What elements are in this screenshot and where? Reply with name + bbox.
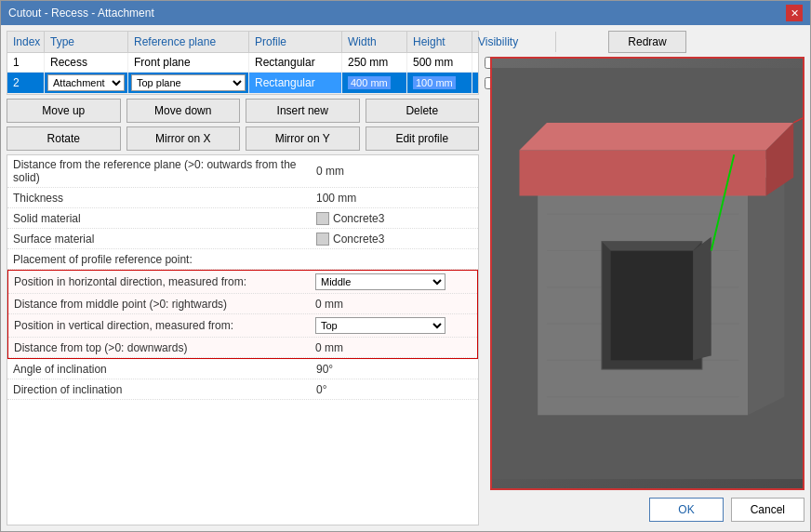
title-bar: Cutout - Recess - Attachment ✕: [1, 1, 810, 25]
col-height: Height: [407, 32, 472, 52]
left-panel: Index Type Reference plane Profile Width…: [1, 25, 485, 531]
prop-distance-top-label: Distance from top (>0: downwards): [8, 338, 310, 357]
prop-solid-material: Solid material Concrete3: [7, 208, 478, 229]
mirror-y-button[interactable]: Mirror on Y: [246, 126, 360, 151]
recess-depth-right: [693, 237, 711, 361]
height-value-2[interactable]: 100 mm: [413, 76, 456, 89]
prop-thickness-value[interactable]: 100 mm: [311, 188, 478, 207]
table-row-selected[interactable]: 2 Attachment Recess Top plane Front plan…: [7, 73, 478, 94]
prop-surface-material-label: Surface material: [7, 229, 311, 248]
prop-vert-position-label: Position in vertical direction, measured…: [8, 314, 310, 337]
placement-section-header: Placement of profile reference point:: [7, 249, 478, 270]
col-reference-plane: Reference plane: [128, 32, 249, 52]
prop-thickness: Thickness 100 mm: [7, 188, 478, 208]
prop-solid-material-label: Solid material: [7, 208, 311, 228]
cell-type-1: Recess: [45, 53, 128, 72]
cell-width-1: 250 mm: [342, 53, 407, 72]
col-type: Type: [45, 32, 128, 52]
3d-viewport: [490, 57, 804, 490]
highlighted-properties: Position in horizontal direction, measur…: [7, 270, 478, 359]
dialog-buttons: OK Cancel: [490, 494, 804, 525]
recess-depth-top: [602, 242, 702, 251]
prop-horiz-position-value[interactable]: Middle Left Right: [310, 271, 477, 293]
prop-distance-middle-value[interactable]: 0 mm: [310, 294, 477, 313]
prop-angle-label: Angle of inclination: [7, 359, 311, 379]
right-panel: Redraw: [485, 25, 810, 531]
window-title: Cutout - Recess - Attachment: [8, 7, 154, 20]
delete-button[interactable]: Delete: [366, 99, 480, 123]
cell-profile-2[interactable]: Rectangular: [249, 73, 342, 93]
vert-position-select[interactable]: Top Middle Bottom: [315, 317, 445, 334]
cell-type-2[interactable]: Attachment Recess: [45, 73, 128, 93]
prop-distance-middle-label: Distance from middle point (>0: rightwar…: [8, 294, 310, 313]
prop-thickness-label: Thickness: [7, 188, 311, 207]
plane-select-2[interactable]: Top plane Front plane: [131, 74, 246, 91]
prop-surface-material-value: Concrete3: [311, 229, 478, 248]
width-value-2[interactable]: 400 mm: [348, 76, 391, 89]
move-up-button[interactable]: Move up: [7, 99, 121, 123]
solid-material-text: Concrete3: [333, 212, 384, 225]
prop-vert-position-value[interactable]: Top Middle Bottom: [310, 314, 477, 337]
type-select-2[interactable]: Attachment Recess: [47, 74, 125, 91]
cutout-table: Index Type Reference plane Profile Width…: [7, 31, 479, 95]
edit-profile-button[interactable]: Edit profile: [366, 126, 480, 151]
prop-distance-top-value[interactable]: 0 mm: [310, 338, 477, 357]
main-window: Cutout - Recess - Attachment ✕ Index Typ…: [0, 0, 811, 532]
cell-index-2: 2: [7, 73, 45, 93]
table-header: Index Type Reference plane Profile Width…: [7, 32, 478, 53]
table-row[interactable]: 1 Recess Front plane Rectangular 250 mm …: [7, 53, 478, 73]
cell-plane-2[interactable]: Top plane Front plane: [128, 73, 249, 93]
prop-horiz-position: Position in horizontal direction, measur…: [8, 271, 477, 294]
cell-index-1: 1: [7, 53, 45, 72]
attachment-top: [519, 123, 793, 150]
prop-distance: Distance from the reference plane (>0: o…: [7, 155, 478, 188]
prop-vert-position: Position in vertical direction, measured…: [8, 314, 477, 338]
3d-scene-svg: [492, 59, 803, 488]
main-content: Index Type Reference plane Profile Width…: [1, 25, 810, 531]
prop-angle: Angle of inclination 90°: [7, 359, 478, 379]
placement-label: Placement of profile reference point:: [7, 249, 311, 269]
redraw-button[interactable]: Redraw: [608, 31, 685, 53]
solid-material-color: [316, 212, 329, 225]
prop-distance-top: Distance from top (>0: downwards) 0 mm: [8, 338, 477, 358]
prop-distance-label: Distance from the reference plane (>0: o…: [7, 155, 311, 187]
move-down-button[interactable]: Move down: [126, 99, 241, 123]
cancel-button[interactable]: Cancel: [731, 498, 804, 522]
action-buttons-row2: Rotate Mirror on X Mirror on Y Edit prof…: [7, 126, 479, 151]
close-button[interactable]: ✕: [786, 5, 803, 21]
block-right: [748, 159, 784, 415]
ok-button[interactable]: OK: [649, 498, 723, 522]
col-profile: Profile: [249, 32, 342, 52]
mirror-x-button[interactable]: Mirror on X: [126, 126, 241, 151]
surface-material-text: Concrete3: [333, 233, 384, 246]
col-index: Index: [7, 32, 45, 52]
action-buttons-row1: Move up Move down Insert new Delete: [7, 99, 479, 123]
prop-direction-label: Direction of inclination: [7, 379, 311, 399]
insert-new-button[interactable]: Insert new: [246, 99, 360, 123]
prop-direction-value[interactable]: 0°: [311, 379, 478, 399]
prop-distance-middle: Distance from middle point (>0: rightwar…: [8, 294, 477, 314]
prop-solid-material-value: Concrete3: [311, 208, 478, 228]
horiz-position-select[interactable]: Middle Left Right: [315, 273, 445, 290]
rotate-button[interactable]: Rotate: [7, 126, 121, 151]
properties-panel: Distance from the reference plane (>0: o…: [7, 154, 479, 525]
prop-surface-material: Surface material Concrete3: [7, 229, 478, 249]
cell-plane-1: Front plane: [128, 53, 249, 72]
scene: [492, 59, 803, 488]
prop-horiz-position-label: Position in horizontal direction, measur…: [8, 271, 310, 293]
cell-profile-1: Rectangular: [249, 53, 342, 72]
placement-value-empty: [311, 249, 478, 269]
prop-direction: Direction of inclination 0°: [7, 379, 478, 400]
recess-inner: [611, 250, 693, 360]
cell-height-2[interactable]: 100 mm: [407, 73, 472, 93]
surface-material-color: [316, 233, 329, 246]
cell-width-2[interactable]: 400 mm: [342, 73, 407, 93]
cell-height-1: 500 mm: [407, 53, 472, 72]
col-width: Width: [342, 32, 407, 52]
prop-angle-value[interactable]: 90°: [311, 359, 478, 379]
prop-distance-value[interactable]: 0 mm: [311, 155, 478, 187]
